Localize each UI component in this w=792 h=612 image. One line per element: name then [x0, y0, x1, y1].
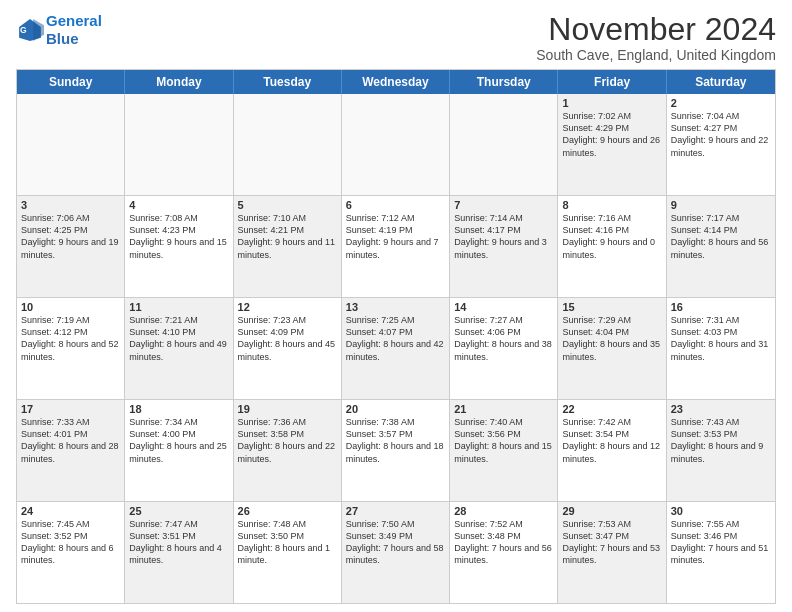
cal-cell-6: 6Sunrise: 7:12 AMSunset: 4:19 PMDaylight…	[342, 196, 450, 297]
day-number: 5	[238, 199, 337, 211]
day-number: 1	[562, 97, 661, 109]
cal-cell-empty	[125, 94, 233, 195]
day-info: Sunrise: 7:55 AMSunset: 3:46 PMDaylight:…	[671, 518, 771, 567]
calendar-header-row: SundayMondayTuesdayWednesdayThursdayFrid…	[17, 70, 775, 94]
cal-header-thursday: Thursday	[450, 70, 558, 94]
day-number: 4	[129, 199, 228, 211]
svg-text:G: G	[20, 25, 27, 35]
cal-header-sunday: Sunday	[17, 70, 125, 94]
logo-line1: General	[46, 12, 102, 29]
cal-cell-17: 17Sunrise: 7:33 AMSunset: 4:01 PMDayligh…	[17, 400, 125, 501]
cal-header-wednesday: Wednesday	[342, 70, 450, 94]
day-number: 10	[21, 301, 120, 313]
day-info: Sunrise: 7:43 AMSunset: 3:53 PMDaylight:…	[671, 416, 771, 465]
day-info: Sunrise: 7:40 AMSunset: 3:56 PMDaylight:…	[454, 416, 553, 465]
cal-cell-5: 5Sunrise: 7:10 AMSunset: 4:21 PMDaylight…	[234, 196, 342, 297]
cal-week-4: 24Sunrise: 7:45 AMSunset: 3:52 PMDayligh…	[17, 502, 775, 603]
day-number: 11	[129, 301, 228, 313]
day-number: 26	[238, 505, 337, 517]
day-info: Sunrise: 7:08 AMSunset: 4:23 PMDaylight:…	[129, 212, 228, 261]
cal-cell-22: 22Sunrise: 7:42 AMSunset: 3:54 PMDayligh…	[558, 400, 666, 501]
day-info: Sunrise: 7:27 AMSunset: 4:06 PMDaylight:…	[454, 314, 553, 363]
day-number: 18	[129, 403, 228, 415]
cal-cell-30: 30Sunrise: 7:55 AMSunset: 3:46 PMDayligh…	[667, 502, 775, 603]
cal-cell-19: 19Sunrise: 7:36 AMSunset: 3:58 PMDayligh…	[234, 400, 342, 501]
day-info: Sunrise: 7:31 AMSunset: 4:03 PMDaylight:…	[671, 314, 771, 363]
cal-cell-28: 28Sunrise: 7:52 AMSunset: 3:48 PMDayligh…	[450, 502, 558, 603]
day-info: Sunrise: 7:02 AMSunset: 4:29 PMDaylight:…	[562, 110, 661, 159]
day-number: 16	[671, 301, 771, 313]
logo-icon: G	[16, 16, 44, 44]
day-number: 15	[562, 301, 661, 313]
cal-cell-13: 13Sunrise: 7:25 AMSunset: 4:07 PMDayligh…	[342, 298, 450, 399]
day-info: Sunrise: 7:25 AMSunset: 4:07 PMDaylight:…	[346, 314, 445, 363]
day-number: 21	[454, 403, 553, 415]
logo-line2: Blue	[46, 30, 79, 47]
cal-cell-empty	[234, 94, 342, 195]
day-number: 20	[346, 403, 445, 415]
page: G General Blue November 2024 South Cave,…	[0, 0, 792, 612]
day-number: 29	[562, 505, 661, 517]
cal-cell-empty	[342, 94, 450, 195]
cal-cell-29: 29Sunrise: 7:53 AMSunset: 3:47 PMDayligh…	[558, 502, 666, 603]
day-number: 28	[454, 505, 553, 517]
cal-week-0: 1Sunrise: 7:02 AMSunset: 4:29 PMDaylight…	[17, 94, 775, 196]
cal-cell-3: 3Sunrise: 7:06 AMSunset: 4:25 PMDaylight…	[17, 196, 125, 297]
month-title: November 2024	[536, 12, 776, 47]
cal-cell-24: 24Sunrise: 7:45 AMSunset: 3:52 PMDayligh…	[17, 502, 125, 603]
cal-cell-26: 26Sunrise: 7:48 AMSunset: 3:50 PMDayligh…	[234, 502, 342, 603]
cal-header-monday: Monday	[125, 70, 233, 94]
day-info: Sunrise: 7:29 AMSunset: 4:04 PMDaylight:…	[562, 314, 661, 363]
day-info: Sunrise: 7:47 AMSunset: 3:51 PMDaylight:…	[129, 518, 228, 567]
day-info: Sunrise: 7:45 AMSunset: 3:52 PMDaylight:…	[21, 518, 120, 567]
day-number: 30	[671, 505, 771, 517]
cal-cell-8: 8Sunrise: 7:16 AMSunset: 4:16 PMDaylight…	[558, 196, 666, 297]
title-block: November 2024 South Cave, England, Unite…	[536, 12, 776, 63]
cal-cell-12: 12Sunrise: 7:23 AMSunset: 4:09 PMDayligh…	[234, 298, 342, 399]
header: G General Blue November 2024 South Cave,…	[16, 12, 776, 63]
cal-cell-20: 20Sunrise: 7:38 AMSunset: 3:57 PMDayligh…	[342, 400, 450, 501]
cal-cell-15: 15Sunrise: 7:29 AMSunset: 4:04 PMDayligh…	[558, 298, 666, 399]
day-info: Sunrise: 7:12 AMSunset: 4:19 PMDaylight:…	[346, 212, 445, 261]
cal-cell-2: 2Sunrise: 7:04 AMSunset: 4:27 PMDaylight…	[667, 94, 775, 195]
calendar: SundayMondayTuesdayWednesdayThursdayFrid…	[16, 69, 776, 604]
day-info: Sunrise: 7:50 AMSunset: 3:49 PMDaylight:…	[346, 518, 445, 567]
cal-cell-empty	[17, 94, 125, 195]
svg-marker-1	[33, 19, 44, 41]
cal-cell-11: 11Sunrise: 7:21 AMSunset: 4:10 PMDayligh…	[125, 298, 233, 399]
cal-cell-23: 23Sunrise: 7:43 AMSunset: 3:53 PMDayligh…	[667, 400, 775, 501]
day-info: Sunrise: 7:06 AMSunset: 4:25 PMDaylight:…	[21, 212, 120, 261]
day-number: 22	[562, 403, 661, 415]
cal-cell-14: 14Sunrise: 7:27 AMSunset: 4:06 PMDayligh…	[450, 298, 558, 399]
day-info: Sunrise: 7:10 AMSunset: 4:21 PMDaylight:…	[238, 212, 337, 261]
day-number: 23	[671, 403, 771, 415]
cal-cell-9: 9Sunrise: 7:17 AMSunset: 4:14 PMDaylight…	[667, 196, 775, 297]
day-info: Sunrise: 7:33 AMSunset: 4:01 PMDaylight:…	[21, 416, 120, 465]
day-number: 12	[238, 301, 337, 313]
day-info: Sunrise: 7:19 AMSunset: 4:12 PMDaylight:…	[21, 314, 120, 363]
day-number: 6	[346, 199, 445, 211]
day-info: Sunrise: 7:48 AMSunset: 3:50 PMDaylight:…	[238, 518, 337, 567]
day-info: Sunrise: 7:16 AMSunset: 4:16 PMDaylight:…	[562, 212, 661, 261]
cal-week-2: 10Sunrise: 7:19 AMSunset: 4:12 PMDayligh…	[17, 298, 775, 400]
location: South Cave, England, United Kingdom	[536, 47, 776, 63]
calendar-body: 1Sunrise: 7:02 AMSunset: 4:29 PMDaylight…	[17, 94, 775, 603]
day-number: 3	[21, 199, 120, 211]
day-info: Sunrise: 7:21 AMSunset: 4:10 PMDaylight:…	[129, 314, 228, 363]
cal-cell-18: 18Sunrise: 7:34 AMSunset: 4:00 PMDayligh…	[125, 400, 233, 501]
day-info: Sunrise: 7:23 AMSunset: 4:09 PMDaylight:…	[238, 314, 337, 363]
cal-cell-4: 4Sunrise: 7:08 AMSunset: 4:23 PMDaylight…	[125, 196, 233, 297]
day-number: 8	[562, 199, 661, 211]
day-info: Sunrise: 7:14 AMSunset: 4:17 PMDaylight:…	[454, 212, 553, 261]
day-number: 14	[454, 301, 553, 313]
day-info: Sunrise: 7:42 AMSunset: 3:54 PMDaylight:…	[562, 416, 661, 465]
day-number: 24	[21, 505, 120, 517]
cal-cell-10: 10Sunrise: 7:19 AMSunset: 4:12 PMDayligh…	[17, 298, 125, 399]
cal-cell-25: 25Sunrise: 7:47 AMSunset: 3:51 PMDayligh…	[125, 502, 233, 603]
cal-week-1: 3Sunrise: 7:06 AMSunset: 4:25 PMDaylight…	[17, 196, 775, 298]
day-number: 25	[129, 505, 228, 517]
day-info: Sunrise: 7:17 AMSunset: 4:14 PMDaylight:…	[671, 212, 771, 261]
day-number: 27	[346, 505, 445, 517]
day-info: Sunrise: 7:53 AMSunset: 3:47 PMDaylight:…	[562, 518, 661, 567]
cal-header-saturday: Saturday	[667, 70, 775, 94]
